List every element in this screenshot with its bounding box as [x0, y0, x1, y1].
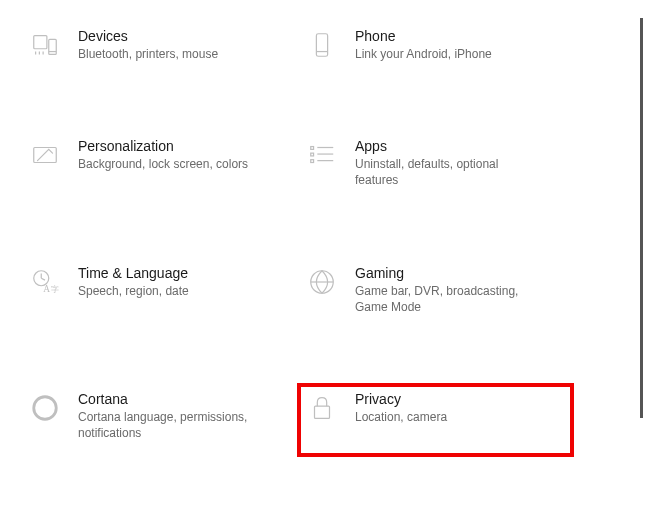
personalization-icon	[28, 138, 62, 172]
tile-personalization[interactable]: Personalization Background, lock screen,…	[24, 134, 293, 200]
devices-icon	[28, 28, 62, 62]
tile-title: Time & Language	[78, 265, 189, 281]
tile-subtitle: Background, lock screen, colors	[78, 156, 248, 172]
tile-subtitle: Bluetooth, printers, mouse	[78, 46, 218, 62]
cortana-icon	[28, 391, 62, 425]
tile-title: Gaming	[355, 265, 535, 281]
tile-subtitle: Link your Android, iPhone	[355, 46, 492, 62]
tile-title: Cortana	[78, 391, 258, 407]
tile-title: Privacy	[355, 391, 447, 407]
tile-time-language[interactable]: A 字 Time & Language Speech, region, date	[24, 261, 293, 327]
tile-title: Apps	[355, 138, 535, 154]
tile-title: Phone	[355, 28, 492, 44]
tile-text: Time & Language Speech, region, date	[78, 265, 189, 299]
apps-icon	[305, 138, 339, 172]
settings-grid: Devices Bluetooth, printers, mouse Phone…	[0, 0, 590, 477]
tile-text: Gaming Game bar, DVR, broadcasting, Game…	[355, 265, 535, 315]
gaming-icon	[305, 265, 339, 299]
svg-text:字: 字	[51, 285, 59, 294]
privacy-lock-icon	[305, 391, 339, 425]
tile-cortana[interactable]: Cortana Cortana language, permissions, n…	[24, 387, 293, 453]
tile-subtitle: Uninstall, defaults, optional features	[355, 156, 535, 188]
svg-rect-6	[316, 34, 327, 57]
tile-devices[interactable]: Devices Bluetooth, printers, mouse	[24, 24, 293, 74]
tile-text: Devices Bluetooth, printers, mouse	[78, 28, 218, 62]
tile-subtitle: Cortana language, permissions, notificat…	[78, 409, 258, 441]
tile-gaming[interactable]: Gaming Game bar, DVR, broadcasting, Game…	[301, 261, 570, 327]
svg-rect-9	[311, 147, 314, 150]
svg-point-22	[34, 397, 57, 420]
tile-text: Cortana Cortana language, permissions, n…	[78, 391, 258, 441]
tile-privacy[interactable]: Privacy Location, camera	[297, 383, 574, 457]
svg-rect-0	[34, 36, 47, 49]
tile-text: Personalization Background, lock screen,…	[78, 138, 248, 172]
tile-subtitle: Location, camera	[355, 409, 447, 425]
time-language-icon: A 字	[28, 265, 62, 299]
svg-rect-10	[311, 153, 314, 156]
vertical-scrollbar[interactable]	[640, 18, 643, 418]
tile-subtitle: Speech, region, date	[78, 283, 189, 299]
tile-title: Personalization	[78, 138, 248, 154]
tile-title: Devices	[78, 28, 218, 44]
svg-rect-11	[311, 160, 314, 163]
phone-icon	[305, 28, 339, 62]
svg-text:A: A	[43, 284, 50, 294]
tile-phone[interactable]: Phone Link your Android, iPhone	[301, 24, 570, 74]
svg-rect-23	[315, 406, 330, 418]
tile-text: Phone Link your Android, iPhone	[355, 28, 492, 62]
svg-line-17	[41, 278, 45, 280]
tile-apps[interactable]: Apps Uninstall, defaults, optional featu…	[301, 134, 570, 200]
tile-text: Apps Uninstall, defaults, optional featu…	[355, 138, 535, 188]
tile-text: Privacy Location, camera	[355, 391, 447, 425]
tile-subtitle: Game bar, DVR, broadcasting, Game Mode	[355, 283, 535, 315]
